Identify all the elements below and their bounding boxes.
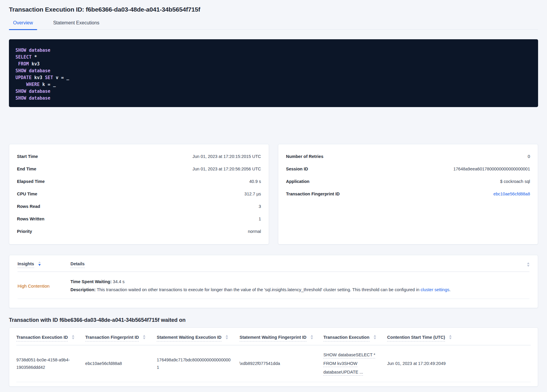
sql-line: SHOW database — [15, 68, 531, 74]
summary-row-cpu-time: CPU Time 312.7 µs — [17, 188, 261, 200]
sql-text: kv3 — [29, 61, 40, 67]
col-header-transaction-execution[interactable]: Transaction Execution — [323, 335, 387, 345]
row-label: Rows Written — [17, 217, 44, 221]
sql-keyword: SHOW database — [15, 95, 50, 101]
row-label: End Time — [17, 167, 36, 171]
waited-table-header: Transaction Execution ID Transaction Fin… — [16, 328, 531, 345]
sort-up-icon — [38, 261, 41, 263]
sort-up-icon — [311, 335, 313, 337]
tab-overview[interactable]: Overview — [9, 20, 37, 29]
sort-up-icon — [449, 335, 452, 337]
waited-table-row: 9738d051-bc0e-4158-a9b4-1903586ddd42 ebc… — [16, 345, 531, 382]
row-value: 3 — [259, 204, 261, 209]
column-label: Transaction Execution ID — [16, 335, 68, 341]
sort-up-icon — [143, 335, 145, 337]
sort-down-icon — [72, 338, 74, 339]
insights-column-label: Insights — [18, 261, 34, 268]
row-label: Transaction Fingerprint ID — [286, 192, 339, 196]
sql-line: UPDATE kv3 SET v = _ — [15, 74, 531, 81]
column-label: Contention Start Time (UTC) — [387, 335, 445, 341]
row-label: Number of Retries — [286, 154, 323, 159]
insights-column-header[interactable]: Insights — [18, 261, 70, 268]
col-header-transaction-execution-id[interactable]: Transaction Execution ID — [16, 335, 85, 345]
sql-text: kv3 — [32, 75, 45, 80]
cell-statement-waiting-fingerprint-id: \xdb8922f077541dda — [240, 360, 323, 367]
sql-keyword: SHOW database — [15, 89, 50, 94]
tab-bar: Overview Statement Executions — [9, 20, 538, 30]
row-label: Start Time — [17, 154, 38, 159]
row-label: CPU Time — [17, 192, 37, 196]
sort-down-icon — [311, 338, 313, 339]
sort-up-icon — [72, 335, 74, 337]
description-text: This transaction waited on other transac… — [97, 287, 420, 292]
sort-down-icon — [449, 338, 452, 339]
time-spent-waiting-line: Time Spent Waiting: 34.4 s — [70, 278, 529, 286]
sort-icon[interactable] — [226, 335, 228, 339]
sql-keyword: SHOW database — [15, 68, 50, 73]
sql-text: v = _ — [53, 75, 69, 80]
cluster-settings-link[interactable]: cluster settings — [421, 287, 449, 292]
sort-icon[interactable] — [527, 262, 529, 267]
summary-row-elapsed-time: Elapsed Time 40.9 s — [17, 175, 261, 188]
sort-icon[interactable] — [449, 335, 452, 339]
row-label: Application — [286, 179, 309, 184]
insight-row-high-contention: High Contention Time Spent Waiting: 34.4… — [18, 272, 529, 299]
sql-text: * — [32, 54, 37, 60]
description-suffix: . — [449, 287, 450, 292]
sort-icon[interactable] — [72, 335, 74, 339]
sort-up-icon — [374, 335, 376, 337]
sort-down-icon — [226, 338, 228, 339]
summary-card-left: Start Time Jun 01, 2023 at 17:20:15:2015… — [9, 144, 269, 244]
cell-transaction-execution-id: 9738d051-bc0e-4158-a9b4-1903586ddd42 — [16, 356, 85, 371]
waiting-label: Time Spent Waiting: — [70, 279, 112, 284]
details-column-header[interactable]: Details — [70, 261, 527, 268]
sort-down-icon — [527, 265, 529, 267]
col-header-transaction-fingerprint-id[interactable]: Transaction Fingerprint ID — [85, 335, 157, 345]
row-label: Elapsed Time — [17, 179, 45, 184]
sort-up-icon — [527, 262, 529, 264]
waited-on-table: Transaction Execution ID Transaction Fin… — [9, 327, 538, 387]
transaction-sql-box: SHOW databaseSELECT * FROM kv3SHOW datab… — [9, 39, 538, 107]
summary-row-application: Application $ cockroach sql — [286, 175, 530, 188]
row-value: Jun 01, 2023 at 17:20:56:2056 UTC — [192, 167, 261, 171]
tab-statement-executions[interactable]: Statement Executions — [49, 20, 104, 29]
summary-row-priority: Priority normal — [17, 225, 261, 238]
description-label: Description: — [70, 287, 96, 292]
sort-up-icon — [226, 335, 228, 337]
sort-icon[interactable] — [143, 335, 145, 339]
sql-line: SHOW database — [15, 95, 531, 102]
sql-text: k = _ — [40, 82, 56, 87]
summary-row-transaction-fingerprint-id: Transaction Fingerprint ID ebc10ae56cfd8… — [286, 188, 530, 200]
transaction-execution-link[interactable]: SHOW databaseSELECT * FROM kv3SHOW datab… — [323, 352, 375, 374]
summary-row-session-id: Session ID 17648a9eea6017800000000000000… — [286, 163, 530, 175]
sql-statements: SHOW databaseSELECT * FROM kv3SHOW datab… — [15, 47, 531, 102]
sort-icon[interactable] — [311, 335, 313, 339]
sort-icon[interactable] — [38, 261, 41, 266]
col-header-statement-waiting-fingerprint-id[interactable]: Statement Waiting Fingerprint ID — [240, 335, 323, 345]
insights-table-header: Insights Details — [18, 255, 529, 272]
sql-keyword: SHOW database — [15, 48, 50, 53]
col-header-contention-start-time[interactable]: Contention Start Time (UTC) — [387, 335, 531, 345]
col-header-statement-waiting-execution-id[interactable]: Statement Waiting Execution ID — [157, 335, 240, 345]
row-value: 312.7 µs — [244, 192, 261, 196]
column-label: Statement Waiting Fingerprint ID — [240, 335, 306, 341]
summary-card-right: Number of Retries 0 Session ID 17648a9ee… — [278, 144, 538, 244]
sql-keyword: UPDATE — [15, 75, 32, 80]
summary-row-start-time: Start Time Jun 01, 2023 at 17:20:15:2015… — [17, 150, 261, 163]
sql-line: SHOW database — [15, 47, 531, 54]
summary-row-end-time: End Time Jun 01, 2023 at 17:20:56:2056 U… — [17, 163, 261, 175]
sort-icon[interactable] — [374, 335, 376, 339]
row-label: Session ID — [286, 167, 308, 171]
sql-line: SHOW database — [15, 88, 531, 95]
waited-on-heading: Transaction with ID f6be6366-da03-48de-a… — [9, 317, 538, 323]
cell-transaction-fingerprint-id: ebc10ae56cfd88a8 — [85, 360, 157, 367]
summary-row-retries: Number of Retries 0 — [286, 150, 530, 163]
sort-down-icon — [38, 264, 41, 266]
summary-cards: Start Time Jun 01, 2023 at 17:20:15:2015… — [9, 144, 538, 244]
transaction-fingerprint-link[interactable]: ebc10ae56cfd88a8 — [493, 192, 530, 196]
row-value: $ cockroach sql — [500, 179, 530, 184]
summary-row-rows-read: Rows Read 3 — [17, 200, 261, 213]
sql-keyword: SELECT — [15, 54, 32, 60]
row-label: Rows Read — [17, 204, 40, 209]
insight-details: Time Spent Waiting: 34.4 s Description: … — [70, 278, 529, 294]
